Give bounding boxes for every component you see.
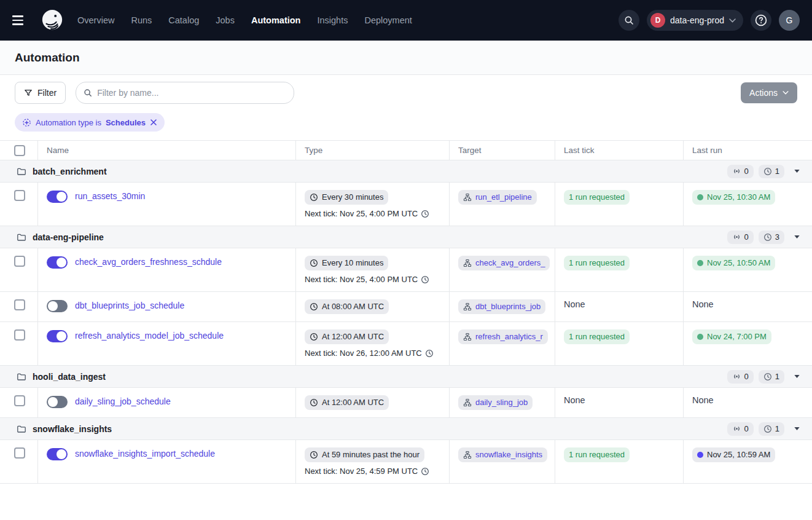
schedule-toggle[interactable] [47, 330, 68, 342]
schedule-name-link[interactable]: refresh_analytics_model_job_schedule [75, 329, 224, 342]
filter-chip-prefix: Automation type is [36, 118, 101, 127]
deployment-avatar: D [650, 13, 665, 28]
automation-type-filter-chip[interactable]: Automation type is Schedules [15, 113, 165, 132]
group-collapse-button[interactable] [792, 372, 802, 380]
dagster-logo-icon[interactable] [41, 9, 64, 32]
clock-icon [421, 467, 429, 476]
nav-item-runs[interactable]: Runs [131, 15, 152, 25]
toggle-knob [57, 449, 66, 459]
schedule-name-link[interactable]: run_assets_30min [75, 190, 145, 202]
run-success-dot [697, 194, 703, 200]
group-row: data-eng-pipeline03 [0, 226, 812, 248]
name-filter-input[interactable] [97, 88, 286, 98]
table-row: snowflake_insights_import_scheduleAt 59 … [0, 440, 812, 484]
main-nav: OverviewRunsCatalogJobsAutomationInsight… [77, 15, 412, 25]
clock-icon [421, 275, 429, 284]
filter-chip-value: Schedules [106, 118, 146, 127]
expand-caret-icon [794, 235, 800, 238]
target-pill[interactable]: dbt_blueprints_job [458, 299, 545, 314]
group-collapse-button[interactable] [792, 425, 802, 433]
group-collapse-button[interactable] [792, 233, 802, 241]
target-pill[interactable]: refresh_analytics_r [458, 329, 548, 344]
schedule-name-link[interactable]: dbt_blueprints_job_schedule [75, 299, 184, 312]
schedule-count-badge: 1 [759, 422, 784, 436]
schedule-toggle[interactable] [47, 191, 68, 203]
expand-caret-icon [794, 375, 800, 378]
target-pill[interactable]: daily_sling_job [458, 395, 533, 410]
schedule-name-link[interactable]: check_avg_orders_freshness_schdule [75, 256, 222, 268]
clock-icon [763, 425, 772, 433]
search-icon [84, 89, 92, 97]
schedule-toggle[interactable] [47, 300, 68, 312]
schedule-name-link[interactable]: daily_sling_job_schedule [75, 395, 171, 408]
sensor-icon [732, 424, 741, 433]
next-tick-text: Next tick: Nov 25, 4:00 PM UTC [305, 275, 443, 284]
select-all-checkbox[interactable] [14, 145, 25, 156]
nav-item-insights[interactable]: Insights [317, 15, 348, 25]
chevron-down-icon [783, 91, 789, 95]
row-checkbox[interactable] [14, 299, 25, 310]
schedule-name-link[interactable]: snowflake_insights_import_schedule [75, 447, 215, 460]
nav-item-overview[interactable]: Overview [77, 15, 114, 25]
row-checkbox[interactable] [14, 190, 25, 201]
table-row: daily_sling_job_scheduleAt 12:00 AM UTCd… [0, 388, 812, 418]
table-row: run_assets_30minEvery 30 minutesNext tic… [0, 183, 812, 226]
nav-item-jobs[interactable]: Jobs [216, 15, 235, 25]
job-graph-icon [463, 451, 472, 459]
search-button[interactable] [619, 10, 639, 31]
row-checkbox[interactable] [14, 447, 25, 459]
deployment-switcher[interactable]: D data-eng-prod [647, 10, 743, 31]
automation-table: Name Type Target Last tick Last run batc… [0, 140, 812, 484]
target-pill[interactable]: run_etl_pipeline [458, 190, 537, 205]
row-checkbox[interactable] [14, 256, 25, 267]
schedule-toggle[interactable] [47, 396, 68, 408]
schedule-toggle[interactable] [47, 448, 68, 460]
actions-button[interactable]: Actions [741, 82, 797, 103]
clock-icon [310, 302, 318, 311]
schedule-toggle[interactable] [47, 256, 68, 269]
column-header-last-run: Last run [683, 141, 812, 160]
folder-icon [17, 424, 26, 434]
clock-icon [310, 333, 318, 341]
nav-item-automation[interactable]: Automation [251, 15, 301, 25]
help-button[interactable] [751, 10, 771, 31]
toggle-knob [48, 397, 58, 407]
remove-filter-icon[interactable] [150, 119, 157, 126]
nav-item-deployment[interactable]: Deployment [364, 15, 412, 25]
row-checkbox[interactable] [14, 329, 25, 341]
job-graph-icon [463, 193, 472, 202]
last-run-pill[interactable]: Nov 24, 7:00 PM [692, 329, 771, 344]
nav-item-catalog[interactable]: Catalog [168, 15, 199, 25]
group-row: hooli_data_ingest01 [0, 366, 812, 388]
next-tick-text: Next tick: Nov 26, 12:00 AM UTC [305, 349, 443, 358]
last-run-pill[interactable]: Nov 25, 10:30 AM [692, 190, 775, 205]
job-graph-icon [463, 259, 472, 267]
column-header-last-tick: Last tick [555, 141, 683, 160]
group-collapse-button[interactable] [792, 167, 802, 175]
group-name: batch_enrichment [33, 167, 107, 176]
target-pill[interactable]: check_avg_orders_ [458, 256, 550, 270]
run-success-dot [697, 334, 703, 340]
last-tick-none: None [564, 395, 585, 405]
last-run-pill[interactable]: Nov 25, 10:50 AM [692, 256, 775, 270]
schedule-interval-pill: At 12:00 AM UTC [305, 395, 389, 410]
clock-icon [310, 398, 318, 407]
funnel-icon [24, 89, 33, 97]
schedule-interval-pill: Every 10 minutes [305, 256, 388, 270]
target-pill[interactable]: snowflake_insights [458, 447, 547, 462]
clock-icon [763, 233, 772, 242]
user-avatar[interactable]: G [779, 10, 800, 31]
last-tick-status-pill: 1 run requested [564, 329, 630, 344]
expand-caret-icon [794, 170, 800, 173]
last-run-none: None [692, 395, 714, 405]
last-run-pill[interactable]: Nov 25, 10:59 AM [692, 447, 775, 462]
filter-button[interactable]: Filter [15, 82, 66, 104]
next-tick-text: Next tick: Nov 25, 4:59 PM UTC [305, 467, 443, 476]
table-row: refresh_analytics_model_job_scheduleAt 1… [0, 322, 812, 366]
page-title-bar: Automation [0, 41, 812, 75]
toggle-knob [48, 301, 58, 311]
row-checkbox[interactable] [14, 395, 25, 406]
run-success-dot [697, 260, 703, 266]
schedule-interval-pill: At 59 minutes past the hour [305, 447, 424, 462]
hamburger-menu-icon[interactable] [12, 12, 29, 29]
